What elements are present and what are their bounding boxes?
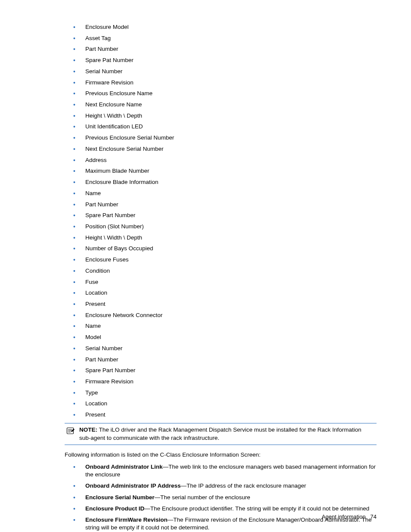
list-item: Present: [73, 300, 377, 308]
document-page: Enclosure ModelAsset TagPart NumberSpare…: [0, 0, 411, 532]
list-item: Serial Number: [73, 68, 377, 75]
list-item: Maximum Blade Number: [73, 167, 377, 175]
definition-description: —The serial number of the enclosure: [155, 494, 250, 501]
following-paragraph: Following information is listed on the C…: [65, 451, 377, 459]
footer-label: Agent information: [322, 513, 366, 520]
definition-description: —The Enclsoure product identifier. The s…: [144, 505, 369, 512]
definition-term: Onboard Administrator Link: [85, 464, 163, 470]
list-item: Unit Identification LED: [73, 123, 377, 131]
page-footer: Agent information 74: [322, 513, 377, 521]
list-item: Part Number: [73, 201, 377, 208]
list-item: Model: [73, 333, 377, 341]
list-item: Enclosure Fuses: [73, 256, 377, 264]
definition-item: Onboard Administrator Link—The web link …: [73, 463, 377, 479]
list-item: Spare Pat Number: [73, 56, 377, 64]
list-item: Name: [73, 322, 377, 330]
list-item: Position (Slot Number): [73, 223, 377, 230]
list-item: Location: [73, 400, 377, 408]
list-item: Address: [73, 156, 377, 164]
definition-item: Enclosure Product ID—The Enclsoure produ…: [73, 505, 377, 513]
definition-term: Enclosure Product ID: [85, 505, 144, 512]
note-text: NOTE: The iLO driver and the Rack Manage…: [79, 426, 374, 442]
note-body: The iLO driver and the Rack Management D…: [79, 426, 361, 441]
list-item: Part Number: [73, 356, 377, 364]
definition-term: Onboard Administrator IP Address: [85, 482, 181, 489]
list-item: Present: [73, 411, 377, 419]
definition-list: Onboard Administrator Link—The web link …: [73, 463, 377, 532]
list-item: Serial Number: [73, 345, 377, 352]
note-label: NOTE:: [79, 426, 97, 433]
definition-item: Enclosure Serial Number—The serial numbe…: [73, 494, 377, 501]
note-icon: [66, 426, 75, 437]
bullet-list: Enclosure ModelAsset TagPart NumberSpare…: [73, 23, 377, 419]
list-item: Next Enclosure Name: [73, 101, 377, 109]
list-item: Firmware Revision: [73, 79, 377, 87]
definition-term: Enclosure FirmWare Revision: [85, 516, 168, 523]
list-item: Condition: [73, 267, 377, 275]
note-box: NOTE: The iLO driver and the Rack Manage…: [65, 423, 377, 445]
list-item: Enclosure Blade Information: [73, 178, 377, 186]
list-item: Enclosure Model: [73, 23, 377, 31]
list-item: Previous Enclosure Serial Number: [73, 134, 377, 142]
definition-item: Onboard Administrator IP Address—The IP …: [73, 482, 377, 490]
list-item: Name: [73, 190, 377, 197]
list-item: Part Number: [73, 45, 377, 53]
list-item: Height \ Width \ Depth: [73, 112, 377, 120]
footer-page-number: 74: [371, 513, 377, 520]
list-item: Asset Tag: [73, 34, 377, 42]
list-item: Number of Bays Occupied: [73, 245, 377, 252]
list-item: Firmware Revision: [73, 378, 377, 386]
list-item: Enclosure Network Connector: [73, 311, 377, 319]
list-item: Fuse: [73, 278, 377, 286]
list-item: Type: [73, 389, 377, 397]
definition-term: Enclosure Serial Number: [85, 494, 155, 501]
list-item: Spare Part Number: [73, 367, 377, 374]
list-item: Height \ Width \ Depth: [73, 234, 377, 242]
list-item: Previous Enclosure Name: [73, 90, 377, 97]
definition-description: —The IP address of the rack enclosure ma…: [181, 482, 306, 489]
list-item: Location: [73, 289, 377, 297]
list-item: Spare Part Number: [73, 212, 377, 219]
list-item: Next Enclosure Serial Number: [73, 145, 377, 153]
